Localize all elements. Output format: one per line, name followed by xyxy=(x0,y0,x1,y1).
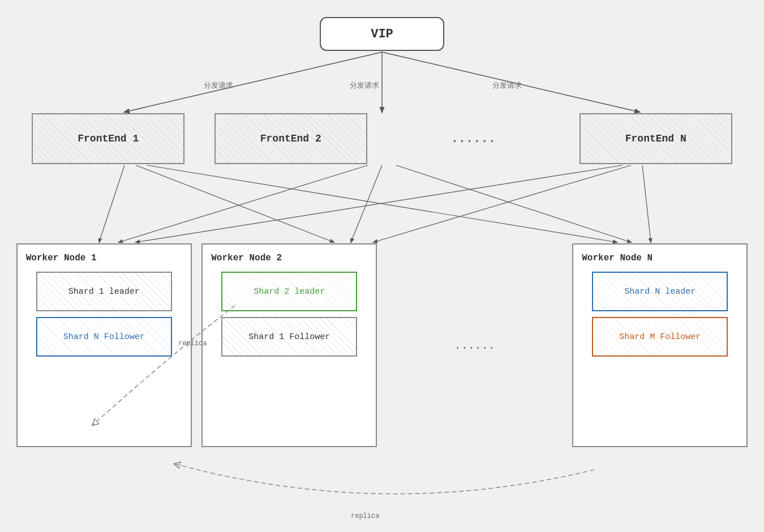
vip-label: VIP xyxy=(371,27,393,41)
svg-line-6 xyxy=(119,165,368,242)
svg-line-9 xyxy=(136,165,623,242)
frontend-1-label: FrontEnd 1 xyxy=(78,133,139,144)
worker-1-title: Worker Node 1 xyxy=(26,253,182,263)
worker-dots: ...... xyxy=(387,243,563,447)
diagram-container: VIP FrontEnd 1 FrontEnd 2 ...... FrontEn… xyxy=(0,0,764,532)
frontend-2-label: FrontEnd 2 xyxy=(260,133,321,144)
frontend-row: FrontEnd 1 FrontEnd 2 ...... FrontEnd N xyxy=(0,113,764,164)
worker-2-title: Worker Node 2 xyxy=(211,253,367,263)
svg-line-5 xyxy=(147,165,617,242)
worker-node-n: Worker Node N Shard N leader Shard M Fol… xyxy=(572,243,748,447)
worker-row: Worker Node 1 Shard 1 leader Shard N Fol… xyxy=(0,243,764,447)
svg-line-8 xyxy=(396,165,631,242)
shard-1-follower: Shard 1 Follower xyxy=(221,317,357,357)
svg-line-0 xyxy=(125,52,382,112)
svg-line-10 xyxy=(374,165,631,242)
worker-n-title: Worker Node N xyxy=(582,253,738,263)
distribute-label-2: 分发请求 xyxy=(350,81,379,90)
replica-label-2: replica xyxy=(351,512,379,520)
svg-line-7 xyxy=(351,165,382,242)
frontend-2: FrontEnd 2 xyxy=(214,113,367,164)
shard-m-follower: Shard M Follower xyxy=(592,317,728,357)
shard-n-leader: Shard N leader xyxy=(592,272,728,311)
shard-2-leader: Shard 2 leader xyxy=(221,272,357,311)
worker-dots-text: ...... xyxy=(454,328,495,363)
svg-line-11 xyxy=(642,165,651,242)
shard-1-leader: Shard 1 leader xyxy=(36,272,172,311)
shard-n-follower: Shard N Follower xyxy=(36,317,172,357)
distribute-label-1: 分发请求 xyxy=(204,81,233,90)
worker-node-2: Worker Node 2 Shard 2 leader Shard 1 Fol… xyxy=(201,243,377,447)
svg-line-2 xyxy=(382,52,639,112)
frontend-1: FrontEnd 1 xyxy=(32,113,184,164)
vip-box: VIP xyxy=(320,17,444,51)
distribute-label-3: 分发请求 xyxy=(492,81,522,90)
worker-node-1: Worker Node 1 Shard 1 leader Shard N Fol… xyxy=(16,243,192,447)
frontend-n-label: FrontEnd N xyxy=(625,133,686,144)
svg-line-3 xyxy=(99,165,125,242)
frontend-n: FrontEnd N xyxy=(580,113,732,164)
svg-line-4 xyxy=(136,165,334,242)
frontend-dots: ...... xyxy=(397,113,550,164)
